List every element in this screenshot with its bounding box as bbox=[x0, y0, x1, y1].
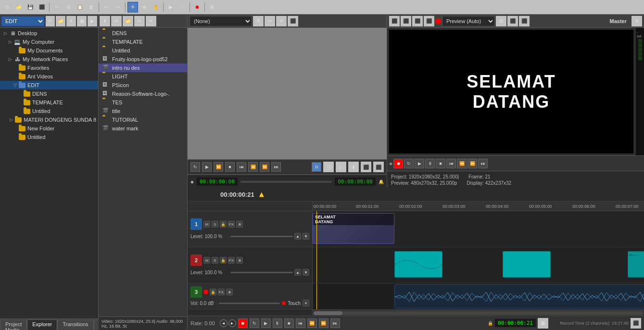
rt-stop-btn[interactable]: ■ bbox=[436, 159, 445, 168]
rt-btn1[interactable]: ⬛ bbox=[389, 16, 400, 26]
bt-play-btn[interactable]: ▶ bbox=[261, 318, 271, 328]
delete-btn[interactable]: 🗑 bbox=[86, 2, 97, 13]
scroll-track[interactable] bbox=[314, 311, 643, 315]
file-item-tempalate[interactable]: TEMPALATE bbox=[99, 38, 187, 46]
file-item-tutorial[interactable]: TUTORIAL bbox=[99, 115, 187, 124]
fb-delete-btn[interactable]: ✕ bbox=[146, 16, 156, 26]
track2-lock-btn[interactable]: 🔒 bbox=[220, 257, 227, 264]
rt-fw-btn[interactable]: ⏩ bbox=[467, 159, 477, 168]
paste-btn[interactable]: 📋 bbox=[75, 2, 85, 13]
track1-mute-btn[interactable]: M bbox=[203, 221, 210, 228]
bt-loop-btn[interactable]: ↻ bbox=[250, 318, 259, 328]
pl-extra5[interactable]: ⬛ bbox=[373, 162, 384, 172]
track2-fx-btn[interactable]: FX bbox=[228, 257, 235, 264]
tab-transitions[interactable]: Transitions bbox=[57, 319, 93, 330]
rt-prev-btn[interactable]: ⏮ bbox=[446, 159, 456, 168]
prev-btn-l[interactable]: ⏮ bbox=[237, 162, 246, 172]
file-item-fruity[interactable]: 🖼 Fruity-loops-logo-psd52 bbox=[99, 55, 187, 63]
marker-btn[interactable]: ▶ bbox=[165, 2, 176, 13]
rt-rw-btn[interactable]: ⏪ bbox=[457, 159, 467, 168]
pl-btn4[interactable]: ⬛ bbox=[288, 16, 298, 26]
ff-btn-l[interactable]: ⏩ bbox=[214, 162, 223, 172]
track1-env-btn[interactable]: ⊕ bbox=[236, 221, 243, 228]
edit-dropdown[interactable]: EDIT bbox=[1, 16, 45, 26]
bt-record2-btn[interactable]: ⬛ bbox=[631, 318, 641, 329]
tree-untitled[interactable]: Untitled bbox=[0, 133, 98, 141]
track2-vol-up[interactable]: ▲ bbox=[294, 269, 301, 276]
tree-dens[interactable]: DENS bbox=[0, 89, 98, 98]
tree-network[interactable]: ▷ 🖧 My Network Places bbox=[0, 55, 98, 63]
track2-slider[interactable] bbox=[230, 272, 293, 273]
tab-project-media[interactable]: Project Media bbox=[0, 319, 27, 330]
clip-track1[interactable]: SELAMATDATANG bbox=[313, 213, 394, 244]
none-dropdown[interactable]: (None) bbox=[189, 16, 252, 26]
rt-grid-btn[interactable]: ⊞ bbox=[496, 16, 506, 26]
clip-track2-1[interactable] bbox=[394, 251, 442, 278]
zoom-btn[interactable]: ⊕ bbox=[139, 2, 150, 13]
cut-btn[interactable]: ✂ bbox=[51, 2, 62, 13]
pl-btn1[interactable]: A bbox=[253, 16, 264, 26]
bt-stop-btn[interactable]: ■ bbox=[284, 318, 294, 328]
track3-env-btn[interactable]: ⊕ bbox=[226, 289, 233, 295]
scroll-thumb[interactable] bbox=[314, 311, 342, 315]
tree-untitled-sub[interactable]: Untitled bbox=[0, 107, 98, 115]
file-item-title[interactable]: 🎬 title bbox=[99, 107, 187, 115]
tree-materi[interactable]: ▷ MATERI DONGENG SUNDA 8 bbox=[0, 115, 98, 124]
record-btn[interactable]: ⏺ bbox=[192, 2, 202, 13]
track2-mute-btn[interactable]: M bbox=[203, 257, 210, 264]
pl-extra4[interactable]: ⬛ bbox=[361, 162, 371, 172]
new-btn[interactable]: 🗋 bbox=[2, 2, 13, 13]
rw-btn-l[interactable]: ⏪ bbox=[248, 162, 258, 172]
bt-prev-btn[interactable]: ⏮ bbox=[296, 318, 305, 328]
bt-end-btn[interactable]: ⏭ bbox=[330, 318, 340, 328]
file-item-watermark[interactable]: 🎬 water mark bbox=[99, 124, 187, 133]
rt-loop-btn[interactable]: ↻ bbox=[404, 159, 414, 168]
tree-tempalate[interactable]: TEMPALATE bbox=[0, 98, 98, 107]
stop-btn-l[interactable]: ■ bbox=[225, 162, 235, 172]
copy-btn[interactable]: ⧉ bbox=[63, 2, 74, 13]
bt-fw-btn[interactable]: ⏩ bbox=[319, 318, 328, 328]
play-btn-l[interactable]: ▶ bbox=[202, 162, 212, 172]
file-item-light[interactable]: LIGHT bbox=[99, 72, 187, 81]
track2-solo-btn[interactable]: S bbox=[212, 257, 218, 264]
rt-btn7[interactable]: ⬛ bbox=[519, 16, 530, 26]
track3-fx-btn[interactable]: FX bbox=[218, 289, 225, 295]
track-2-lane[interactable]: A----- bbox=[313, 247, 644, 283]
bt-pause-btn[interactable]: ⏸ bbox=[273, 318, 282, 328]
fw-btn-l[interactable]: ⏩ bbox=[260, 162, 269, 172]
select-btn[interactable]: ✛ bbox=[127, 2, 138, 13]
track1-solo-btn[interactable]: S bbox=[212, 221, 218, 228]
file-item-dens[interactable]: DENS bbox=[99, 29, 187, 38]
undo-btn[interactable]: ↩ bbox=[101, 2, 112, 13]
hand-btn[interactable]: ✋ bbox=[151, 2, 161, 13]
snap-clip-btn[interactable]: ⧉ bbox=[312, 162, 321, 172]
preview-auto-dropdown[interactable]: Preview (Auto) bbox=[442, 16, 495, 26]
loop-btn-l[interactable]: ↻ bbox=[190, 162, 200, 172]
tree-mycomputer[interactable]: ▷ 💻 My Computer bbox=[0, 38, 98, 46]
end-btn-l[interactable]: ⏭ bbox=[271, 162, 281, 172]
nav-left-btn[interactable]: ◂ bbox=[220, 319, 227, 327]
rt-close-btn[interactable]: ✕ bbox=[631, 16, 642, 26]
track2-vol-down[interactable]: ▼ bbox=[303, 269, 309, 276]
track-3-lane[interactable] bbox=[313, 283, 644, 310]
track2-env-btn[interactable]: ⊕ bbox=[236, 257, 243, 264]
redo-btn[interactable]: ↪ bbox=[113, 2, 123, 13]
unknown-btn1[interactable]: ⬛ bbox=[37, 2, 47, 13]
rt-pause-btn[interactable]: ⏸ bbox=[425, 159, 435, 168]
track1-vol-down[interactable]: ▼ bbox=[303, 233, 309, 240]
tree-mydocuments[interactable]: My Documents bbox=[0, 46, 98, 55]
track3-slider[interactable] bbox=[219, 303, 280, 304]
pl-extra3[interactable]: ⬇ bbox=[348, 162, 359, 172]
envelope-btn[interactable]: 〰 bbox=[177, 2, 188, 13]
rt-btn3[interactable]: ⬛ bbox=[412, 16, 423, 26]
bt-timecode-btn[interactable]: ▦ bbox=[538, 318, 548, 329]
tree-edit[interactable]: ▽ EDIT bbox=[0, 81, 98, 89]
tree-antvideos[interactable]: Ant Videos bbox=[0, 72, 98, 81]
refresh-btn[interactable]: ⟳ bbox=[46, 16, 55, 26]
rt-end-btn[interactable]: ⏭ bbox=[478, 159, 488, 168]
fb-rename-btn[interactable]: ✏ bbox=[134, 16, 145, 26]
pl-extra2[interactable]: ▷ bbox=[336, 162, 346, 172]
fb-up-btn[interactable]: ⬆ bbox=[100, 16, 110, 26]
tree-desktop[interactable]: ▷ 🖥 Desktop bbox=[0, 29, 98, 38]
rt-play-btn[interactable]: ▶ bbox=[415, 159, 424, 168]
